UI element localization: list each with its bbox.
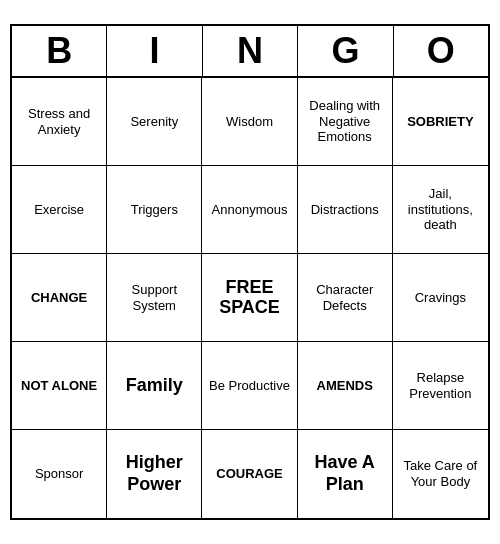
bingo-cell-3: Dealing with Negative Emotions: [298, 78, 393, 166]
bingo-cell-10: CHANGE: [12, 254, 107, 342]
bingo-cell-6: Triggers: [107, 166, 202, 254]
bingo-cell-23: Have A Plan: [298, 430, 393, 518]
header-letter-b: B: [12, 26, 107, 76]
bingo-cell-19: Relapse Prevention: [393, 342, 488, 430]
bingo-cell-1: Serenity: [107, 78, 202, 166]
header-letter-g: G: [298, 26, 393, 76]
bingo-cell-12: FREE SPACE: [202, 254, 297, 342]
bingo-cell-8: Distractions: [298, 166, 393, 254]
bingo-grid: Stress and AnxietySerenityWisdomDealing …: [12, 78, 488, 518]
bingo-cell-7: Annonymous: [202, 166, 297, 254]
bingo-cell-14: Cravings: [393, 254, 488, 342]
bingo-card: BINGO Stress and AnxietySerenityWisdomDe…: [10, 24, 490, 520]
bingo-cell-2: Wisdom: [202, 78, 297, 166]
bingo-cell-13: Character Defects: [298, 254, 393, 342]
bingo-cell-22: COURAGE: [202, 430, 297, 518]
bingo-cell-24: Take Care of Your Body: [393, 430, 488, 518]
bingo-cell-9: Jail, institutions, death: [393, 166, 488, 254]
bingo-header: BINGO: [12, 26, 488, 78]
header-letter-n: N: [203, 26, 298, 76]
header-letter-i: I: [107, 26, 202, 76]
bingo-cell-15: NOT ALONE: [12, 342, 107, 430]
bingo-cell-18: AMENDS: [298, 342, 393, 430]
bingo-cell-4: SOBRIETY: [393, 78, 488, 166]
bingo-cell-11: Support System: [107, 254, 202, 342]
bingo-cell-17: Be Productive: [202, 342, 297, 430]
bingo-cell-5: Exercise: [12, 166, 107, 254]
bingo-cell-21: Higher Power: [107, 430, 202, 518]
bingo-cell-16: Family: [107, 342, 202, 430]
bingo-cell-20: Sponsor: [12, 430, 107, 518]
bingo-cell-0: Stress and Anxiety: [12, 78, 107, 166]
header-letter-o: O: [394, 26, 488, 76]
